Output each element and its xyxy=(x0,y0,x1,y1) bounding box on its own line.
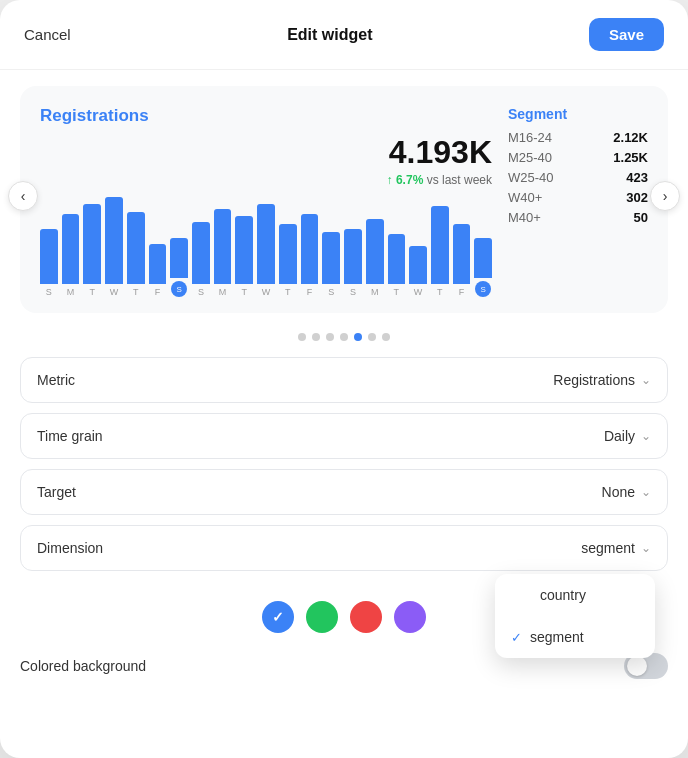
segment-row: W25-40423 xyxy=(508,170,648,185)
bar-label: W xyxy=(110,287,119,297)
cancel-button[interactable]: Cancel xyxy=(24,26,71,43)
segment-title: Segment xyxy=(508,106,648,122)
bar-label: T xyxy=(242,287,248,297)
metric-chevron-icon: ⌄ xyxy=(641,373,651,387)
preview-card: Registrations 4.193K ↑ 6.7% vs last week… xyxy=(20,86,668,313)
bar-column: T xyxy=(235,197,253,297)
color-swatch[interactable] xyxy=(350,601,382,633)
chart-change: ↑ 6.7% vs last week xyxy=(40,173,492,187)
bar-label: S xyxy=(46,287,52,297)
bar-column: T xyxy=(431,197,449,297)
bar-label: M xyxy=(67,287,75,297)
bar-label: M xyxy=(371,287,379,297)
metric-value: Registrations ⌄ xyxy=(553,372,651,388)
bar-label: T xyxy=(394,287,400,297)
change-pct: ↑ 6.7% xyxy=(387,173,424,187)
target-value: None ⌄ xyxy=(602,484,651,500)
segment-label: W25-40 xyxy=(508,170,554,185)
bar-column: W xyxy=(409,197,427,297)
pagination-dot[interactable] xyxy=(312,333,320,341)
bar-column: W xyxy=(257,197,275,297)
bar xyxy=(409,246,427,284)
bar-column: W xyxy=(105,197,123,297)
bar-column: S xyxy=(474,197,492,297)
bar-label: T xyxy=(437,287,443,297)
bar xyxy=(105,197,123,284)
dropdown-item[interactable]: country xyxy=(495,574,655,616)
chart-area: Registrations 4.193K ↑ 6.7% vs last week… xyxy=(40,106,492,301)
save-button[interactable]: Save xyxy=(589,18,664,51)
fields-container: Metric Registrations ⌄ Time grain Daily … xyxy=(0,345,688,593)
color-swatch[interactable] xyxy=(394,601,426,633)
toggle-thumb xyxy=(627,656,647,676)
arrow-right-icon: › xyxy=(663,188,668,204)
bar-column: T xyxy=(127,197,145,297)
bar xyxy=(83,204,101,284)
bar-column: T xyxy=(388,197,406,297)
segment-row: W40+302 xyxy=(508,190,648,205)
segment-row: M16-242.12K xyxy=(508,130,648,145)
prev-arrow-button[interactable]: ‹ xyxy=(8,181,38,211)
bar-circle-label: S xyxy=(171,281,187,297)
bar-column: F xyxy=(149,197,167,297)
bar-label: F xyxy=(459,287,465,297)
time-grain-field[interactable]: Time grain Daily ⌄ xyxy=(20,413,668,459)
color-swatch[interactable]: ✓ xyxy=(262,601,294,633)
dimension-field[interactable]: Dimension segment ⌄ country✓segment xyxy=(20,525,668,571)
bar xyxy=(235,216,253,284)
bar-column: T xyxy=(83,197,101,297)
arrow-left-icon: ‹ xyxy=(21,188,26,204)
bar-circle-label: S xyxy=(475,281,491,297)
bar-label: F xyxy=(307,287,313,297)
bar-label: T xyxy=(285,287,291,297)
bar xyxy=(170,238,188,278)
bar xyxy=(366,219,384,284)
pagination-dot[interactable] xyxy=(382,333,390,341)
bar xyxy=(431,206,449,284)
segment-value: 2.12K xyxy=(613,130,648,145)
dimension-value: segment ⌄ xyxy=(581,540,651,556)
pagination-dot[interactable] xyxy=(298,333,306,341)
bar xyxy=(149,244,167,284)
bar xyxy=(214,209,232,284)
page-title: Edit widget xyxy=(287,26,372,44)
target-chevron-icon: ⌄ xyxy=(641,485,651,499)
pagination-dot[interactable] xyxy=(368,333,376,341)
chart-title: Registrations xyxy=(40,106,492,126)
segment-value: 302 xyxy=(626,190,648,205)
bar-label: W xyxy=(262,287,271,297)
bar-column: F xyxy=(453,197,471,297)
next-arrow-button[interactable]: › xyxy=(650,181,680,211)
pagination-dot[interactable] xyxy=(326,333,334,341)
colored-bg-label: Colored background xyxy=(20,658,146,674)
check-icon: ✓ xyxy=(511,630,522,645)
bar-column: S xyxy=(192,197,210,297)
dropdown-item-label: segment xyxy=(530,629,584,645)
header: Cancel Edit widget Save xyxy=(0,0,688,70)
bar-column: T xyxy=(279,197,297,297)
metric-label: Metric xyxy=(37,372,75,388)
color-swatch[interactable] xyxy=(306,601,338,633)
bar-label: S xyxy=(350,287,356,297)
dimension-dropdown: country✓segment xyxy=(495,574,655,658)
pagination-dot[interactable] xyxy=(340,333,348,341)
dropdown-item[interactable]: ✓segment xyxy=(495,616,655,658)
bar-column: M xyxy=(214,197,232,297)
dimension-chevron-icon: ⌄ xyxy=(641,541,651,555)
target-label: Target xyxy=(37,484,76,500)
change-text: vs last week xyxy=(427,173,492,187)
segment-label: M25-40 xyxy=(508,150,552,165)
bar xyxy=(40,229,58,284)
bar xyxy=(301,214,319,284)
selected-check-icon: ✓ xyxy=(272,609,284,625)
time-grain-label: Time grain xyxy=(37,428,103,444)
bar-column: F xyxy=(301,197,319,297)
target-field[interactable]: Target None ⌄ xyxy=(20,469,668,515)
bar-label: F xyxy=(155,287,161,297)
bar-column: M xyxy=(366,197,384,297)
bar xyxy=(257,204,275,284)
bar-label: T xyxy=(90,287,96,297)
pagination-dot[interactable] xyxy=(354,333,362,341)
bar-label: S xyxy=(198,287,204,297)
metric-field[interactable]: Metric Registrations ⌄ xyxy=(20,357,668,403)
